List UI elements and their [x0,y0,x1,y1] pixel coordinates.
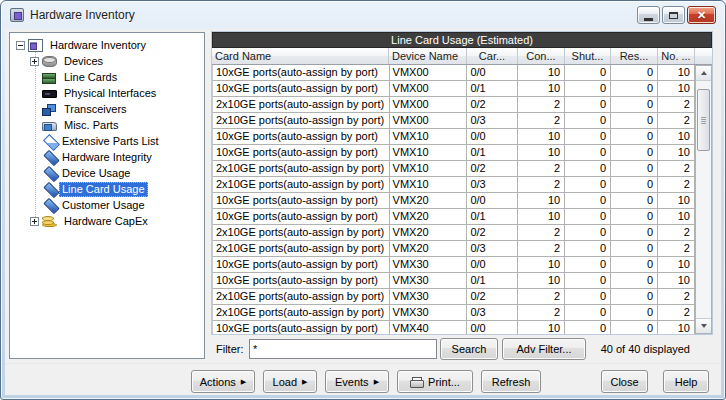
table-cell: 2 [518,97,565,112]
table-cell: 2x10GE ports(auto-assign by port) [213,241,390,256]
table-cell: 0/1 [467,209,518,224]
table-row[interactable]: 2x10GE ports(auto-assign by port)VMX200/… [213,225,695,241]
table-row[interactable]: 2x10GE ports(auto-assign by port)VMX100/… [213,177,695,193]
table-body: 10xGE ports(auto-assign by port)VMX000/0… [212,65,712,334]
table-cell: 2x10GE ports(auto-assign by port) [213,305,390,320]
search-button[interactable]: Search [440,338,498,360]
expand-icon[interactable] [30,57,39,66]
actions-button[interactable]: Actions▶ [191,370,255,393]
maximize-button[interactable] [662,6,685,24]
table-row[interactable]: 10xGE ports(auto-assign by port)VMX300/0… [213,257,695,273]
scrollbar-thumb[interactable] [697,89,710,151]
column-header-res[interactable]: Res... [611,48,658,64]
close-button[interactable]: Close [601,370,648,393]
table-row[interactable]: 2x10GE ports(auto-assign by port)VMX100/… [213,161,695,177]
tree-item-label: Line Card Usage [59,182,148,197]
column-header-con[interactable]: Con... [518,48,565,64]
print-button[interactable]: Print... [397,370,473,393]
scroll-down-button[interactable] [696,318,711,333]
tree: Hardware InventoryDevicesLine CardsPhysi… [10,37,204,229]
table-row[interactable]: 10xGE ports(auto-assign by port)VMX000/1… [213,81,695,97]
tree-item-line-card-usage[interactable]: Line Card Usage [10,181,204,197]
minimize-button[interactable] [637,6,660,24]
tree-item-misc-parts[interactable]: Misc. Parts [10,117,204,133]
adv-filter-button[interactable]: Adv Filter... [502,338,586,360]
column-header-car[interactable]: Car... [467,48,518,64]
menu-arrow-icon: ▶ [302,378,307,385]
table-row[interactable]: 2x10GE ports(auto-assign by port)VMX200/… [213,241,695,257]
tree-item-extensive-parts-list[interactable]: Extensive Parts List [10,133,204,149]
scrollbar-track[interactable] [696,81,711,318]
vertical-scrollbar[interactable] [695,65,712,334]
table-cell: 10 [518,257,565,272]
table-cell: 10 [658,321,695,334]
table-cell: VMX30 [390,289,468,304]
tree-item-hardware-inventory[interactable]: Hardware Inventory [10,37,204,53]
tree-item-line-cards[interactable]: Line Cards [10,69,204,85]
table-cell: VMX20 [390,209,468,224]
table-cell: 0 [565,113,611,128]
tree-item-transceivers[interactable]: Transceivers [10,101,204,117]
table-row[interactable]: 10xGE ports(auto-assign by port)VMX400/0… [213,321,695,334]
column-header-shut[interactable]: Shut... [565,48,611,64]
close-button[interactable]: ✕ [687,6,716,24]
table-cell: 0 [565,273,611,288]
table-cell: 10 [518,273,565,288]
load-button[interactable]: Load▶ [263,370,317,393]
table-row[interactable]: 2x10GE ports(auto-assign by port)VMX300/… [213,289,695,305]
column-header-card-name[interactable]: Card Name [212,48,389,64]
footer: Actions▶Load▶Events▶Print...RefreshClose… [5,363,721,397]
expand-icon[interactable] [30,217,39,226]
tree-item-customer-usage[interactable]: Customer Usage [10,197,204,213]
table-row[interactable]: 10xGE ports(auto-assign by port)VMX000/0… [213,65,695,81]
events-button[interactable]: Events▶ [325,370,389,393]
table-cell: VMX20 [390,241,468,256]
table-cell: 2x10GE ports(auto-assign by port) [213,113,390,128]
diamond-icon [43,166,59,182]
table-row[interactable]: 10xGE ports(auto-assign by port)VMX100/0… [213,129,695,145]
table-cell: 0 [611,225,658,240]
window-controls: ✕ [635,6,716,24]
table-row[interactable]: 10xGE ports(auto-assign by port)VMX300/1… [213,273,695,289]
table-cell: 0 [611,177,658,192]
table-cell: 2x10GE ports(auto-assign by port) [213,97,390,112]
table-cell: 10 [518,129,565,144]
transceivers-icon [42,104,57,115]
table-row[interactable]: 2x10GE ports(auto-assign by port)VMX000/… [213,97,695,113]
table-cell: 0 [565,65,611,80]
table-row[interactable]: 2x10GE ports(auto-assign by port)VMX000/… [213,113,695,129]
table-cell: 0 [565,193,611,208]
tree-item-label: Customer Usage [59,198,148,213]
scroll-down-icon [701,324,707,328]
column-header-no[interactable]: No. ... [658,48,695,64]
collapse-icon[interactable] [16,41,25,50]
table-cell: 10xGE ports(auto-assign by port) [213,257,390,272]
table-cell: 0 [565,129,611,144]
table-row[interactable]: 10xGE ports(auto-assign by port)VMX200/0… [213,193,695,209]
table-cell: VMX10 [390,145,468,160]
titlebar[interactable]: Hardware Inventory ✕ [1,1,725,28]
table-cell: 0 [611,209,658,224]
table-cell: 0/3 [467,113,518,128]
tree-item-hardware-integrity[interactable]: Hardware Integrity [10,149,204,165]
table-cell: 0/2 [467,161,518,176]
table-cell: 0 [565,145,611,160]
button-label: Refresh [492,376,531,388]
table-row[interactable]: 10xGE ports(auto-assign by port)VMX100/1… [213,145,695,161]
tree-item-devices[interactable]: Devices [10,53,204,69]
table-cell: 2 [518,177,565,192]
column-header-device-name[interactable]: Device Name [389,48,467,64]
table-row[interactable]: 2x10GE ports(auto-assign by port)VMX300/… [213,305,695,321]
table-cell: 2 [518,241,565,256]
help-button[interactable]: Help [663,370,709,393]
table-cell: 10 [658,81,695,96]
column-header-filler [695,48,712,64]
filter-input[interactable] [249,339,437,359]
tree-item-physical-interfaces[interactable]: Physical Interfaces [10,85,204,101]
table-row[interactable]: 10xGE ports(auto-assign by port)VMX200/1… [213,209,695,225]
scroll-up-button[interactable] [696,66,711,81]
tree-item-hardware-capex[interactable]: Hardware CapEx [10,213,204,229]
table-cell: 2 [658,97,695,112]
refresh-button[interactable]: Refresh [481,370,541,393]
tree-item-device-usage[interactable]: Device Usage [10,165,204,181]
